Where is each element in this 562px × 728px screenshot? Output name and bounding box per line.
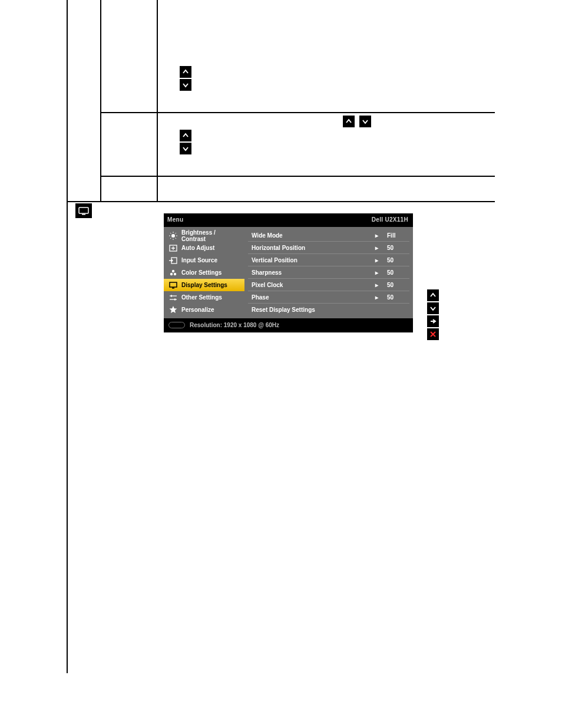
submenu-arrow-icon: ▸ <box>371 294 382 301</box>
submenu-arrow-icon: ▸ <box>371 257 382 263</box>
osd-row-vpos[interactable]: Vertical Position ▸ 50 <box>248 254 409 266</box>
osd-menu: Menu Dell U2X11H Brightness / Contrast A… <box>164 213 413 332</box>
svg-line-8 <box>176 238 176 238</box>
down-key-icon <box>180 143 191 154</box>
osd-side-controls <box>427 289 439 340</box>
osd-nav-label: Input Source <box>181 257 241 263</box>
svg-rect-20 <box>171 295 172 297</box>
osd-row-value: 50 <box>382 257 408 263</box>
table-hline-1 <box>100 112 495 113</box>
osd-row-value: 50 <box>382 282 408 288</box>
up-key-icon <box>343 116 355 127</box>
osd-nav-displaysettings[interactable]: Display Settings <box>164 279 244 291</box>
osd-row-phase[interactable]: Phase ▸ 50 <box>248 291 409 304</box>
svg-line-10 <box>170 238 171 238</box>
table-inner-vline <box>100 0 101 201</box>
submenu-arrow-icon: ▸ <box>371 232 382 239</box>
osd-header: Menu Dell U2X11H <box>164 213 413 227</box>
osd-nav-brightness[interactable]: Brightness / Contrast <box>164 229 244 242</box>
osd-model: Dell U2X11H <box>372 216 408 223</box>
osd-row-pixelclock[interactable]: Pixel Clock ▸ 50 <box>248 279 409 291</box>
osd-nav-label: Auto Adjust <box>181 245 241 251</box>
display-settings-category-icon <box>75 203 92 218</box>
osd-row-value: 50 <box>382 294 408 301</box>
submenu-arrow-icon: ▸ <box>371 282 382 288</box>
osd-row-name: Pixel Clock <box>252 282 371 288</box>
osd-nav-othersettings[interactable]: Other Settings <box>164 291 244 304</box>
svg-point-13 <box>172 269 174 272</box>
up-down-keys-group-1 <box>180 66 191 91</box>
svg-rect-21 <box>174 298 176 300</box>
down-key-icon <box>180 79 191 91</box>
osd-resolution: Resolution: 1920 x 1080 @ 60Hz <box>190 322 279 328</box>
osd-nav-label: Personalize <box>181 307 241 313</box>
up-down-keys-group-2 <box>180 130 191 154</box>
displaysettings-icon <box>168 281 178 289</box>
osd-title: Menu <box>167 216 183 223</box>
osd-left-nav: Brightness / Contrast Auto Adjust Input … <box>164 227 244 318</box>
osd-enter-button[interactable] <box>427 315 439 327</box>
inputsource-icon <box>168 256 178 265</box>
osd-footer: Resolution: 1920 x 1080 @ 60Hz <box>164 318 413 332</box>
up-down-keys-row <box>343 116 371 127</box>
table-outer-vline <box>67 0 68 673</box>
osd-row-name: Horizontal Position <box>252 245 371 251</box>
table-hline-2 <box>100 176 495 177</box>
svg-point-14 <box>170 272 173 275</box>
osd-row-name: Sharpness <box>252 269 371 276</box>
svg-rect-0 <box>79 207 88 213</box>
up-key-icon <box>180 66 191 78</box>
osd-nav-label: Brightness / Contrast <box>181 229 241 242</box>
energy-badge-icon <box>168 322 185 328</box>
osd-nav-label: Other Settings <box>181 294 241 301</box>
osd-nav-colorsettings[interactable]: Color Settings <box>164 266 244 279</box>
osd-row-name: Reset Display Settings <box>252 307 371 313</box>
osd-nav-label: Color Settings <box>181 269 241 276</box>
osd-nav-label: Display Settings <box>181 282 241 288</box>
osd-down-button[interactable] <box>427 302 439 314</box>
svg-line-7 <box>170 233 171 233</box>
osd-row-value: 50 <box>382 269 408 276</box>
osd-row-name: Wide Mode <box>252 232 371 239</box>
autoadjust-icon <box>168 244 178 252</box>
osd-nav-inputsource[interactable]: Input Source <box>164 254 244 266</box>
brightness-icon <box>168 232 178 240</box>
svg-rect-1 <box>82 214 85 215</box>
table-inner-vline-2 <box>157 0 158 201</box>
svg-point-2 <box>171 234 175 238</box>
up-key-icon <box>180 130 191 141</box>
osd-row-reset[interactable]: Reset Display Settings <box>248 304 409 316</box>
osd-up-button[interactable] <box>427 289 439 301</box>
svg-point-15 <box>174 272 176 275</box>
down-key-icon <box>359 116 371 127</box>
osd-right-panel: Wide Mode ▸ Fill Horizontal Position ▸ 5… <box>244 227 413 318</box>
osd-row-value: 50 <box>382 245 408 251</box>
osd-nav-autoadjust[interactable]: Auto Adjust <box>164 242 244 254</box>
osd-nav-personalize[interactable]: Personalize <box>164 304 244 316</box>
osd-row-sharpness[interactable]: Sharpness ▸ 50 <box>248 266 409 279</box>
submenu-arrow-icon: ▸ <box>371 269 382 276</box>
osd-row-name: Vertical Position <box>252 257 371 263</box>
osd-row-hpos[interactable]: Horizontal Position ▸ 50 <box>248 242 409 254</box>
submenu-arrow-icon: ▸ <box>371 245 382 251</box>
svg-line-9 <box>176 233 176 233</box>
svg-rect-16 <box>170 282 177 287</box>
colorsettings-icon <box>168 269 178 277</box>
osd-row-name: Phase <box>252 294 371 301</box>
othersettings-icon <box>168 294 178 302</box>
svg-rect-17 <box>172 288 174 289</box>
osd-row-value: Fill <box>382 232 408 239</box>
table-hline-3 <box>67 201 495 202</box>
personalize-icon <box>168 306 178 314</box>
osd-row-widemode[interactable]: Wide Mode ▸ Fill <box>248 229 409 242</box>
osd-exit-button[interactable] <box>427 328 439 340</box>
